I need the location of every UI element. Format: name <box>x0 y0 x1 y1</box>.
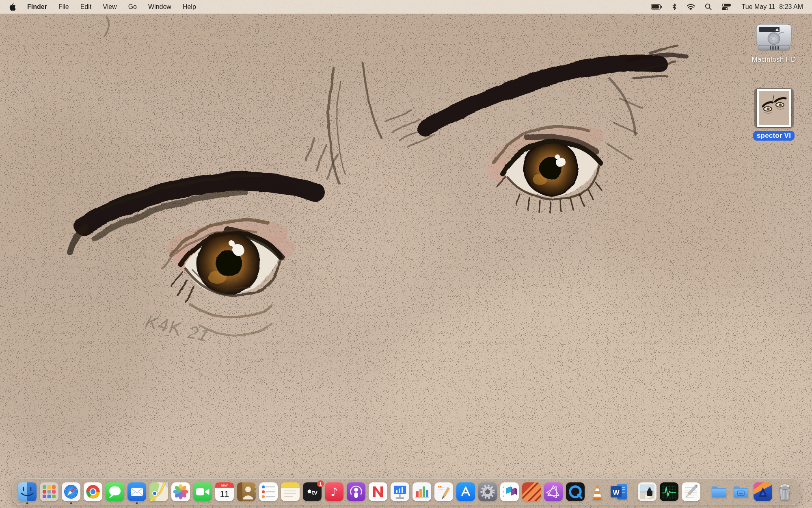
desktop-icon-label: Macintosh HD <box>752 56 796 64</box>
dock-news-icon[interactable] <box>369 482 387 501</box>
image-file-thumbnail <box>757 89 791 127</box>
dock-numbers-icon[interactable] <box>412 482 431 501</box>
dock-notes-icon[interactable] <box>281 482 300 501</box>
dock-keynote-icon[interactable] <box>391 482 409 501</box>
desktop-icon-macintosh-hd[interactable]: Macintosh HD <box>752 22 796 64</box>
spotlight-search-icon[interactable] <box>705 3 712 10</box>
running-indicator <box>26 502 28 504</box>
menu-bar: Finder File Edit View Go Window Help Tue… <box>0 0 812 14</box>
running-indicator <box>136 502 138 504</box>
dock-folder-icon[interactable] <box>710 482 728 501</box>
dock-textedit-icon[interactable] <box>682 482 700 501</box>
dock-chrome-icon[interactable] <box>84 482 102 501</box>
dock-reminders-icon[interactable] <box>259 482 278 501</box>
menu-app-name[interactable]: Finder <box>27 3 47 11</box>
menu-time: 8:23 AM <box>779 3 803 11</box>
dock-launchpad-icon[interactable] <box>40 482 58 501</box>
dock-podcasts-icon[interactable] <box>347 482 365 501</box>
dock-finder-icon[interactable] <box>18 482 37 501</box>
desktop-icon-area: Macintosh HD spector VI <box>745 22 802 141</box>
menu-window[interactable]: Window <box>148 3 171 11</box>
menu-file[interactable]: File <box>58 3 69 11</box>
desktop-icon-label: spector VI <box>753 131 795 141</box>
word-letter: W <box>613 489 620 497</box>
wallpaper-eye-sketch: K4K 21 <box>0 0 812 508</box>
dock-quicktime-icon[interactable] <box>566 482 585 501</box>
hard-drive-icon <box>755 22 793 53</box>
dock-photos-icon[interactable] <box>171 482 190 501</box>
calendar-day-label: 11 <box>220 489 229 499</box>
menu-date: Tue May 11 <box>742 3 775 11</box>
dock-messages-icon[interactable] <box>106 482 124 501</box>
wifi-icon[interactable] <box>687 4 695 10</box>
dock-vlc-icon[interactable] <box>588 482 607 501</box>
dock-word-icon[interactable]: W <box>610 482 628 501</box>
dock-pages-icon[interactable] <box>434 482 453 501</box>
dock-calendar-icon[interactable]: MAY 11 <box>215 482 234 501</box>
menu-edit[interactable]: Edit <box>80 3 92 11</box>
apple-menu[interactable] <box>9 3 16 11</box>
music-note-glyph: ♪ <box>330 485 338 499</box>
running-indicator <box>70 502 72 504</box>
dock-separator <box>633 482 633 502</box>
dock-ink-app-icon[interactable] <box>638 482 657 501</box>
apple-logo-icon <box>9 3 16 11</box>
dock-tv-icon[interactable]: tv 1 <box>303 482 322 501</box>
dock-music-icon[interactable]: ♪ <box>325 482 343 501</box>
menu-go[interactable]: Go <box>128 3 137 11</box>
dock-maps-icon[interactable] <box>149 482 168 501</box>
bluetooth-icon[interactable] <box>672 3 677 10</box>
menu-help[interactable]: Help <box>183 3 196 11</box>
menu-clock[interactable]: Tue May 11 8:23 AM <box>742 3 803 11</box>
macos-desktop: { "menubar": { "items": ["Finder", "File… <box>0 0 812 508</box>
control-center-icon[interactable] <box>721 3 732 10</box>
dock-separator <box>705 482 705 502</box>
dock-system-preferences-icon[interactable] <box>478 482 497 501</box>
menu-view[interactable]: View <box>103 3 117 11</box>
dock-app-store-icon[interactable] <box>456 482 475 501</box>
dock: MAY 11 tv 1 <box>13 478 799 505</box>
calendar-month-label: MAY <box>221 484 228 487</box>
desktop-icon-spector-vi[interactable]: spector VI <box>753 88 795 141</box>
battery-icon[interactable] <box>651 4 662 10</box>
dock-notebook-app-icon[interactable] <box>500 482 519 501</box>
selection-highlight <box>754 88 794 128</box>
tv-label: tv <box>312 489 317 496</box>
dock-facetime-icon[interactable] <box>193 482 212 501</box>
dock-contacts-icon[interactable] <box>237 482 256 501</box>
dock-affinity-publisher-icon[interactable] <box>522 482 541 501</box>
notification-badge: 1 <box>317 480 324 487</box>
dock-affinity-photo-icon[interactable] <box>544 482 563 501</box>
dock-mail-icon[interactable] <box>127 482 146 501</box>
dock-activity-monitor-icon[interactable] <box>660 482 678 501</box>
dock-trash-full-icon[interactable] <box>775 482 794 501</box>
dock-desktop-folder-icon[interactable] <box>732 482 750 501</box>
dock-affinity-designer-file-icon[interactable] <box>754 482 772 501</box>
dock-safari-icon[interactable] <box>62 482 80 501</box>
